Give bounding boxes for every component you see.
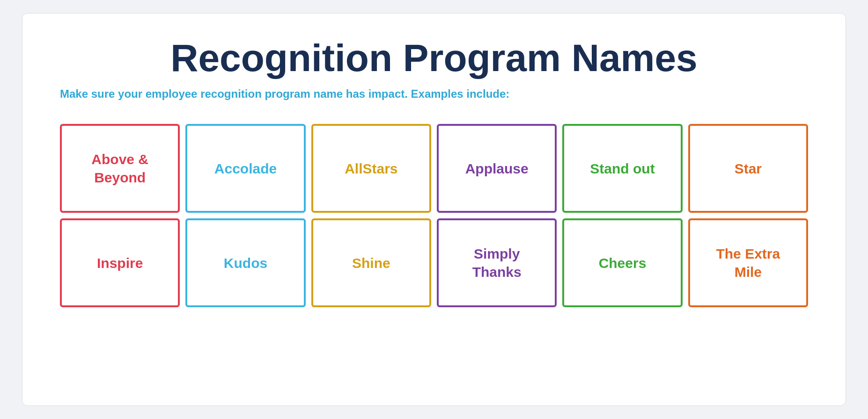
- grid-item-label-accolade: Accolade: [214, 159, 277, 178]
- grid-item-stand-out: Stand out: [562, 124, 682, 213]
- grid-item-label-extra-mile: The ExtraMile: [716, 245, 780, 281]
- grid-item-inspire: Inspire: [60, 218, 180, 307]
- grid-item-shine: Shine: [311, 218, 431, 307]
- grid-item-label-shine: Shine: [352, 254, 390, 272]
- grid-item-label-stand-out: Stand out: [590, 159, 655, 178]
- grid-item-extra-mile: The ExtraMile: [688, 218, 808, 307]
- grid-item-label-simply-thanks: SimplyThanks: [472, 245, 522, 281]
- grid-item-star: Star: [688, 124, 808, 213]
- grid-item-above-beyond: Above &Beyond: [60, 124, 180, 213]
- page-title: Recognition Program Names: [60, 37, 808, 79]
- grid-item-applause: Applause: [437, 124, 557, 213]
- grid-item-label-cheers: Cheers: [599, 254, 647, 272]
- grid-item-label-star: Star: [735, 159, 762, 178]
- grid-item-cheers: Cheers: [562, 218, 682, 307]
- grid-item-label-allstars: AllStars: [345, 159, 397, 178]
- grid-item-allstars: AllStars: [311, 124, 431, 213]
- grid-item-label-inspire: Inspire: [97, 254, 143, 272]
- grid-item-label-above-beyond: Above &Beyond: [91, 150, 148, 187]
- program-names-grid: Above &BeyondAccoladeAllStarsApplauseSta…: [60, 124, 808, 307]
- main-card: Recognition Program Names Make sure your…: [22, 13, 846, 406]
- grid-item-accolade: Accolade: [185, 124, 305, 213]
- grid-item-simply-thanks: SimplyThanks: [437, 218, 557, 307]
- grid-item-label-kudos: Kudos: [224, 254, 267, 272]
- subtitle: Make sure your employee recognition prog…: [60, 87, 509, 101]
- grid-item-kudos: Kudos: [185, 218, 305, 307]
- grid-item-label-applause: Applause: [465, 159, 529, 178]
